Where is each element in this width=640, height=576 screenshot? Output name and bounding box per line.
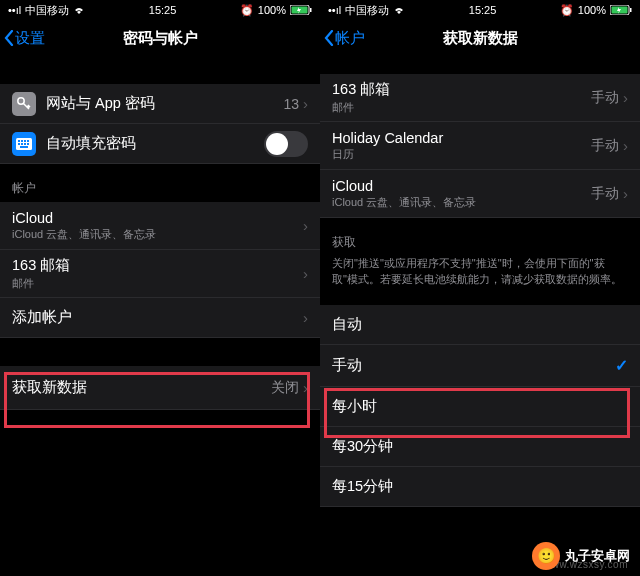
svg-rect-2 [310, 8, 312, 12]
chevron-right-icon: › [303, 379, 308, 396]
svg-rect-6 [21, 140, 23, 142]
chevron-left-icon [4, 30, 14, 46]
row-value: 13 [283, 96, 299, 112]
svg-rect-12 [27, 143, 29, 145]
wifi-icon [73, 5, 85, 15]
row-label: 添加帐户 [12, 308, 303, 327]
row-label: 163 邮箱 [12, 256, 303, 275]
chevron-right-icon: › [623, 185, 628, 202]
back-button[interactable]: 设置 [0, 29, 45, 48]
option-auto[interactable]: 自动 [320, 305, 640, 345]
option-label: 每小时 [332, 397, 628, 416]
row-label: iCloud [12, 210, 303, 226]
option-15min[interactable]: 每15分钟 [320, 467, 640, 507]
section-header-fetch: 获取 [320, 218, 640, 256]
row-value: 手动 [591, 89, 619, 107]
toggle-knob [266, 133, 288, 155]
row-value: 关闭 [271, 379, 299, 397]
statusbar: ••ıl 中国移动 15:25 ⏰ 100% [320, 0, 640, 20]
chevron-right-icon: › [303, 265, 308, 282]
row-sublabel: 邮件 [332, 100, 591, 115]
option-hourly[interactable]: 每小时 [320, 387, 640, 427]
svg-rect-5 [18, 140, 20, 142]
content: 网站与 App 密码 13 › 自动填充密码 帐户 iCloud iCloud … [0, 56, 320, 576]
section-header-accounts: 帐户 [0, 164, 320, 202]
time: 15:25 [469, 4, 497, 16]
key-icon [12, 92, 36, 116]
option-30min[interactable]: 每30分钟 [320, 427, 640, 467]
nav-title: 获取新数据 [443, 29, 518, 48]
row-label: iCloud [332, 178, 591, 194]
chevron-right-icon: › [303, 95, 308, 112]
battery-icon [610, 5, 632, 15]
row-website-app-passwords[interactable]: 网站与 App 密码 13 › [0, 84, 320, 124]
battery-pct: 100% [578, 4, 606, 16]
right-phone: ••ıl 中国移动 15:25 ⏰ 100% 帐户 获取新数据 16 [320, 0, 640, 576]
row-label: 自动填充密码 [46, 134, 264, 153]
svg-rect-9 [18, 143, 20, 145]
svg-rect-13 [20, 146, 28, 148]
row-label: 163 邮箱 [332, 80, 591, 99]
svg-rect-8 [27, 140, 29, 142]
keyboard-icon [12, 132, 36, 156]
signal-dots-icon: ••ıl [328, 4, 341, 16]
nav-bar: 帐户 获取新数据 [320, 20, 640, 56]
wifi-icon [393, 5, 405, 15]
row-fetch-new-data[interactable]: 获取新数据 关闭 › [0, 366, 320, 410]
alarm-icon: ⏰ [560, 4, 574, 17]
row-163-mailbox[interactable]: 163 邮箱 邮件 › [0, 250, 320, 298]
svg-rect-10 [21, 143, 23, 145]
content: 163 邮箱 邮件 手动 › Holiday Calendar 日历 手动 › … [320, 56, 640, 576]
back-button[interactable]: 帐户 [320, 29, 365, 48]
footer-text: 关闭"推送"或应用程序不支持"推送"时，会使用下面的"获取"模式。若要延长电池续… [320, 256, 640, 295]
checkmark-icon: ✓ [615, 356, 628, 375]
time: 15:25 [149, 4, 177, 16]
option-label: 每30分钟 [332, 437, 628, 456]
row-label: Holiday Calendar [332, 130, 591, 146]
row-value: 手动 [591, 137, 619, 155]
chevron-right-icon: › [623, 89, 628, 106]
battery-icon [290, 5, 312, 15]
option-label: 手动 [332, 356, 615, 375]
nav-bar: 设置 密码与帐户 [0, 20, 320, 56]
chevron-right-icon: › [303, 309, 308, 326]
left-phone: ••ıl 中国移动 15:25 ⏰ 100% 设置 密码与帐户 [0, 0, 320, 576]
row-sublabel: iCloud 云盘、通讯录、备忘录 [332, 195, 591, 210]
row-sublabel: iCloud 云盘、通讯录、备忘录 [12, 227, 303, 242]
row-label: 网站与 App 密码 [46, 94, 283, 113]
option-label: 每15分钟 [332, 477, 628, 496]
statusbar: ••ıl 中国移动 15:25 ⏰ 100% [0, 0, 320, 20]
row-autofill-password[interactable]: 自动填充密码 [0, 124, 320, 164]
row-icloud[interactable]: iCloud iCloud 云盘、通讯录、备忘录 › [0, 202, 320, 250]
nav-title: 密码与帐户 [123, 29, 198, 48]
row-163-mailbox[interactable]: 163 邮箱 邮件 手动 › [320, 74, 640, 122]
back-label: 帐户 [335, 29, 365, 48]
watermark-logo-icon: 🙂 [532, 542, 560, 570]
svg-rect-7 [24, 140, 26, 142]
chevron-left-icon [324, 30, 334, 46]
alarm-icon: ⏰ [240, 4, 254, 17]
row-icloud[interactable]: iCloud iCloud 云盘、通讯录、备忘录 手动 › [320, 170, 640, 218]
watermark-text: 丸子安卓网 [565, 547, 630, 565]
svg-rect-16 [630, 8, 632, 12]
autofill-toggle[interactable] [264, 131, 308, 157]
row-sublabel: 邮件 [12, 276, 303, 291]
battery-pct: 100% [258, 4, 286, 16]
option-label: 自动 [332, 315, 628, 334]
back-label: 设置 [15, 29, 45, 48]
watermark-brand: 🙂 丸子安卓网 [532, 542, 630, 570]
row-value: 手动 [591, 185, 619, 203]
carrier: 中国移动 [25, 3, 69, 18]
svg-rect-11 [24, 143, 26, 145]
row-sublabel: 日历 [332, 147, 591, 162]
carrier: 中国移动 [345, 3, 389, 18]
option-manual[interactable]: 手动 ✓ [320, 345, 640, 387]
row-add-account[interactable]: 添加帐户 › [0, 298, 320, 338]
row-label: 获取新数据 [12, 378, 271, 397]
chevron-right-icon: › [623, 137, 628, 154]
signal-dots-icon: ••ıl [8, 4, 21, 16]
row-holiday-calendar[interactable]: Holiday Calendar 日历 手动 › [320, 122, 640, 170]
chevron-right-icon: › [303, 217, 308, 234]
